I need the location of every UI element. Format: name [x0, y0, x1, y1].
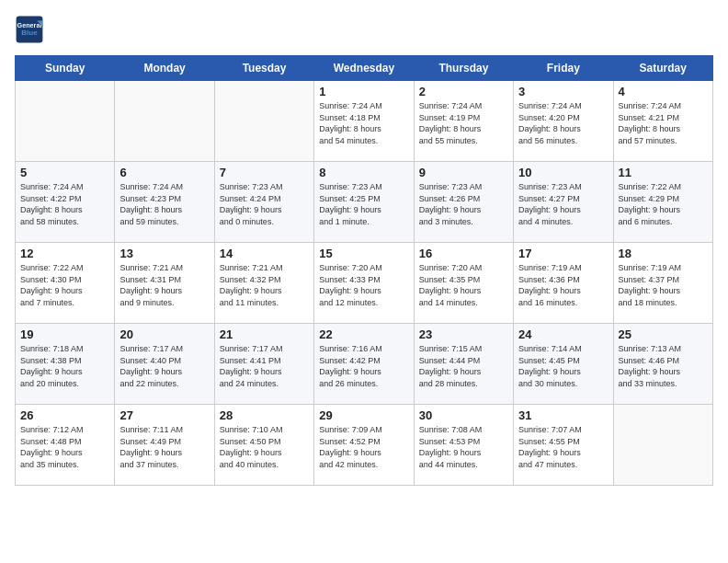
week-row-2: 5Sunrise: 7:24 AM Sunset: 4:22 PM Daylig…	[16, 162, 713, 243]
day-number: 30	[419, 408, 508, 422]
day-info: Sunrise: 7:18 AM Sunset: 4:38 PM Dayligh…	[20, 343, 109, 389]
calendar-cell: 25Sunrise: 7:13 AM Sunset: 4:46 PM Dayli…	[613, 324, 712, 405]
day-number: 2	[419, 85, 508, 98]
calendar-cell: 29Sunrise: 7:09 AM Sunset: 4:52 PM Dayli…	[314, 405, 414, 486]
logo: General Blue	[15, 15, 44, 44]
day-number: 14	[220, 247, 309, 260]
day-number: 27	[119, 408, 209, 422]
day-info: Sunrise: 7:24 AM Sunset: 4:21 PM Dayligh…	[619, 100, 708, 146]
day-info: Sunrise: 7:24 AM Sunset: 4:20 PM Dayligh…	[518, 100, 608, 146]
weekday-header-saturday: Saturday	[613, 56, 712, 81]
calendar-cell: 30Sunrise: 7:08 AM Sunset: 4:53 PM Dayli…	[414, 405, 513, 486]
day-number: 13	[119, 247, 209, 260]
day-info: Sunrise: 7:23 AM Sunset: 4:26 PM Dayligh…	[419, 181, 508, 227]
weekday-header-monday: Monday	[115, 56, 214, 81]
day-info: Sunrise: 7:08 AM Sunset: 4:53 PM Dayligh…	[419, 424, 508, 470]
day-number: 23	[419, 327, 508, 341]
day-number: 3	[518, 85, 608, 98]
day-number: 31	[518, 408, 608, 422]
day-info: Sunrise: 7:19 AM Sunset: 4:37 PM Dayligh…	[619, 262, 708, 308]
week-row-4: 19Sunrise: 7:18 AM Sunset: 4:38 PM Dayli…	[16, 324, 713, 405]
day-number: 9	[419, 166, 508, 179]
day-info: Sunrise: 7:20 AM Sunset: 4:33 PM Dayligh…	[319, 262, 408, 308]
logo-icon: General Blue	[15, 15, 44, 44]
day-number: 7	[220, 166, 309, 179]
calendar-cell: 27Sunrise: 7:11 AM Sunset: 4:49 PM Dayli…	[115, 405, 214, 486]
day-number: 17	[518, 247, 608, 260]
calendar-cell: 17Sunrise: 7:19 AM Sunset: 4:36 PM Dayli…	[514, 243, 613, 324]
day-info: Sunrise: 7:16 AM Sunset: 4:42 PM Dayligh…	[319, 343, 408, 389]
calendar-cell: 2Sunrise: 7:24 AM Sunset: 4:19 PM Daylig…	[414, 81, 513, 162]
day-number: 11	[619, 166, 708, 179]
calendar-cell: 24Sunrise: 7:14 AM Sunset: 4:45 PM Dayli…	[514, 324, 613, 405]
day-info: Sunrise: 7:17 AM Sunset: 4:41 PM Dayligh…	[220, 343, 309, 389]
day-number: 29	[319, 408, 408, 422]
day-number: 4	[619, 85, 708, 98]
calendar-cell: 10Sunrise: 7:23 AM Sunset: 4:27 PM Dayli…	[514, 162, 613, 243]
calendar-table: SundayMondayTuesdayWednesdayThursdayFrid…	[15, 55, 713, 486]
calendar-cell: 21Sunrise: 7:17 AM Sunset: 4:41 PM Dayli…	[214, 324, 313, 405]
day-number: 15	[319, 247, 408, 260]
calendar-cell: 12Sunrise: 7:22 AM Sunset: 4:30 PM Dayli…	[16, 243, 115, 324]
calendar-cell: 19Sunrise: 7:18 AM Sunset: 4:38 PM Dayli…	[16, 324, 115, 405]
calendar-cell: 22Sunrise: 7:16 AM Sunset: 4:42 PM Dayli…	[314, 324, 414, 405]
calendar-cell: 5Sunrise: 7:24 AM Sunset: 4:22 PM Daylig…	[16, 162, 115, 243]
calendar-cell: 3Sunrise: 7:24 AM Sunset: 4:20 PM Daylig…	[514, 81, 613, 162]
day-number: 12	[20, 247, 109, 260]
day-info: Sunrise: 7:10 AM Sunset: 4:50 PM Dayligh…	[220, 424, 309, 470]
calendar-cell: 20Sunrise: 7:17 AM Sunset: 4:40 PM Dayli…	[115, 324, 214, 405]
day-info: Sunrise: 7:24 AM Sunset: 4:23 PM Dayligh…	[119, 181, 209, 227]
calendar-cell	[613, 405, 712, 486]
day-number: 1	[319, 85, 408, 98]
calendar-cell: 13Sunrise: 7:21 AM Sunset: 4:31 PM Dayli…	[115, 243, 214, 324]
calendar-cell: 6Sunrise: 7:24 AM Sunset: 4:23 PM Daylig…	[115, 162, 214, 243]
day-number: 10	[518, 166, 608, 179]
day-number: 28	[220, 408, 309, 422]
day-info: Sunrise: 7:07 AM Sunset: 4:55 PM Dayligh…	[518, 424, 608, 470]
calendar-cell: 9Sunrise: 7:23 AM Sunset: 4:26 PM Daylig…	[414, 162, 513, 243]
calendar-cell: 8Sunrise: 7:23 AM Sunset: 4:25 PM Daylig…	[314, 162, 414, 243]
calendar-cell: 26Sunrise: 7:12 AM Sunset: 4:48 PM Dayli…	[16, 405, 115, 486]
week-row-1: 1Sunrise: 7:24 AM Sunset: 4:18 PM Daylig…	[16, 81, 713, 162]
calendar-cell: 31Sunrise: 7:07 AM Sunset: 4:55 PM Dayli…	[514, 405, 613, 486]
day-number: 24	[518, 327, 608, 341]
day-info: Sunrise: 7:21 AM Sunset: 4:32 PM Dayligh…	[220, 262, 309, 308]
day-number: 25	[619, 327, 708, 341]
weekday-header-row: SundayMondayTuesdayWednesdayThursdayFrid…	[16, 56, 713, 81]
weekday-header-tuesday: Tuesday	[214, 56, 313, 81]
day-info: Sunrise: 7:17 AM Sunset: 4:40 PM Dayligh…	[119, 343, 209, 389]
day-number: 5	[20, 166, 109, 179]
calendar-cell: 23Sunrise: 7:15 AM Sunset: 4:44 PM Dayli…	[414, 324, 513, 405]
calendar-cell: 14Sunrise: 7:21 AM Sunset: 4:32 PM Dayli…	[214, 243, 313, 324]
day-info: Sunrise: 7:09 AM Sunset: 4:52 PM Dayligh…	[319, 424, 408, 470]
day-number: 6	[119, 166, 209, 179]
calendar-cell: 7Sunrise: 7:23 AM Sunset: 4:24 PM Daylig…	[214, 162, 313, 243]
day-number: 21	[220, 327, 309, 341]
day-info: Sunrise: 7:13 AM Sunset: 4:46 PM Dayligh…	[619, 343, 708, 389]
day-number: 19	[20, 327, 109, 341]
calendar-cell: 18Sunrise: 7:19 AM Sunset: 4:37 PM Dayli…	[613, 243, 712, 324]
day-info: Sunrise: 7:22 AM Sunset: 4:30 PM Dayligh…	[20, 262, 109, 308]
svg-text:General: General	[17, 21, 42, 29]
calendar-cell: 15Sunrise: 7:20 AM Sunset: 4:33 PM Dayli…	[314, 243, 414, 324]
weekday-header-friday: Friday	[514, 56, 613, 81]
page-header: General Blue	[15, 15, 713, 44]
day-number: 8	[319, 166, 408, 179]
day-info: Sunrise: 7:19 AM Sunset: 4:36 PM Dayligh…	[518, 262, 608, 308]
calendar-cell: 4Sunrise: 7:24 AM Sunset: 4:21 PM Daylig…	[613, 81, 712, 162]
day-info: Sunrise: 7:24 AM Sunset: 4:19 PM Dayligh…	[419, 100, 508, 146]
svg-text:Blue: Blue	[21, 29, 38, 37]
day-info: Sunrise: 7:11 AM Sunset: 4:49 PM Dayligh…	[119, 424, 209, 470]
week-row-3: 12Sunrise: 7:22 AM Sunset: 4:30 PM Dayli…	[16, 243, 713, 324]
day-info: Sunrise: 7:24 AM Sunset: 4:18 PM Dayligh…	[319, 100, 408, 146]
calendar-cell	[16, 81, 115, 162]
calendar-cell	[115, 81, 214, 162]
day-number: 18	[619, 247, 708, 260]
day-info: Sunrise: 7:22 AM Sunset: 4:29 PM Dayligh…	[619, 181, 708, 227]
calendar-cell: 28Sunrise: 7:10 AM Sunset: 4:50 PM Dayli…	[214, 405, 313, 486]
day-info: Sunrise: 7:23 AM Sunset: 4:27 PM Dayligh…	[518, 181, 608, 227]
day-info: Sunrise: 7:14 AM Sunset: 4:45 PM Dayligh…	[518, 343, 608, 389]
calendar-cell	[214, 81, 313, 162]
week-row-5: 26Sunrise: 7:12 AM Sunset: 4:48 PM Dayli…	[16, 405, 713, 486]
weekday-header-sunday: Sunday	[16, 56, 115, 81]
